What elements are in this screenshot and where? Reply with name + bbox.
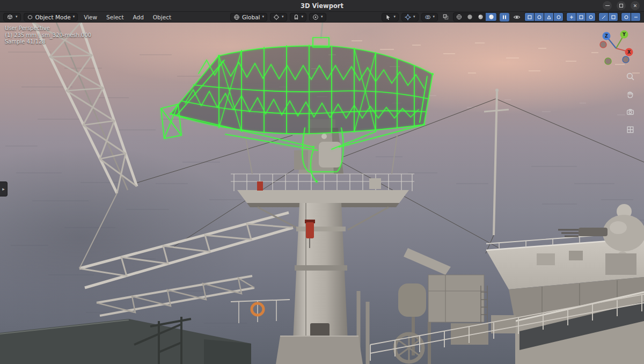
pivot-point-dropdown[interactable]: ▾ [270, 13, 287, 21]
viewport-header: ▾ Object Mode ▾ View Select Add Object G… [0, 12, 644, 23]
header-toggle-button[interactable] [586, 13, 595, 21]
snap-magnet-icon [293, 14, 299, 20]
header-toggle-button[interactable] [631, 13, 640, 21]
window-title: 3D Viewport [301, 2, 343, 10]
ortho-perspective-toggle[interactable] [625, 124, 635, 135]
render-pause-button[interactable] [500, 13, 509, 21]
toggle-icon [588, 14, 594, 20]
header-toggle-button[interactable] [621, 13, 631, 21]
header-toggle-button[interactable] [576, 13, 586, 21]
overlays-icon [425, 14, 431, 20]
chevron-down-icon: ▾ [393, 15, 396, 19]
shading-rendered-icon [488, 13, 495, 20]
xray-icon [442, 13, 449, 20]
toggle-icon [546, 14, 552, 20]
shading-material-icon [477, 13, 484, 20]
minimize-icon [605, 5, 610, 6]
chevron-down-icon: ▾ [321, 15, 323, 19]
pivot-point-icon [273, 14, 280, 20]
overlays-dropdown[interactable]: ▾ [421, 13, 438, 21]
viewport-side-tools [625, 71, 635, 135]
visibility-eye-button[interactable] [512, 13, 522, 21]
toggle-icon [556, 14, 561, 20]
header-toggle-group-4 [621, 12, 641, 21]
magnifier-icon [626, 72, 635, 81]
viewport-canvas: User Perspective (1) 235 mm | sm_320-mes… [0, 23, 644, 364]
menu-select[interactable]: Select [103, 13, 127, 21]
header-toggle-button[interactable] [544, 13, 553, 21]
navigation-gizmo[interactable]: X Y Z [594, 25, 639, 70]
eye-icon [513, 13, 521, 21]
toggle-icon [527, 14, 532, 20]
toggle-icon [611, 14, 616, 20]
proportional-editing-group[interactable]: ▾ [309, 13, 326, 21]
ortho-grid-icon [626, 125, 635, 134]
shading-solid-icon [466, 13, 473, 20]
shading-rendered-button[interactable] [486, 13, 496, 21]
header-toggle-group-1 [524, 12, 564, 21]
shading-wireframe-button[interactable] [453, 13, 464, 21]
header-toggle-group-3 [598, 12, 618, 21]
hand-icon [626, 90, 635, 99]
camera-view-button[interactable] [625, 106, 635, 117]
snap-group[interactable]: ▾ [290, 13, 307, 21]
toggle-icon [579, 14, 584, 20]
pause-icon [501, 14, 508, 20]
header-left-group: ▾ Object Mode ▾ View Select Add Object [3, 13, 174, 21]
toggle-icon [633, 14, 639, 20]
header-toggle-button[interactable] [567, 13, 576, 21]
editor-3d-viewport-icon [6, 13, 13, 20]
close-button[interactable]: ✕ [631, 1, 640, 10]
menu-view[interactable]: View [80, 13, 100, 21]
shading-material-button[interactable] [475, 13, 486, 21]
pan-tool-button[interactable] [625, 89, 635, 99]
shading-mode-group [453, 12, 497, 21]
cursor-pointer-icon [385, 14, 391, 20]
editor-type-button[interactable]: ▾ [3, 13, 21, 21]
header-toggle-button[interactable] [554, 13, 563, 21]
expand-arrow-icon: ▸ [2, 186, 5, 192]
gizmos-dropdown[interactable]: ▾ [401, 13, 419, 21]
xray-toggle[interactable] [441, 13, 450, 21]
header-right-group: ▾ ▾ ▾ [382, 12, 641, 21]
toggle-icon [601, 14, 606, 20]
header-toggle-button[interactable] [609, 13, 618, 21]
chevron-down-icon: ▾ [302, 15, 304, 19]
chevron-down-icon: ▾ [73, 15, 75, 19]
header-toggle-button[interactable] [525, 13, 534, 21]
orientation-label: Global [242, 14, 260, 20]
header-toggle-button[interactable] [599, 13, 608, 21]
chevron-down-icon: ▾ [16, 15, 18, 19]
gizmo-icon [405, 14, 411, 20]
menu-add[interactable]: Add [130, 13, 147, 21]
close-icon: ✕ [633, 3, 638, 9]
object-mode-icon [27, 14, 33, 20]
transform-orientation-dropdown[interactable]: Global ▾ [230, 13, 267, 21]
zoom-tool-button[interactable] [625, 71, 635, 82]
mode-selector[interactable]: Object Mode ▾ [24, 13, 78, 21]
proportional-editing-icon [312, 14, 319, 20]
menu-object[interactable]: Object [150, 13, 174, 21]
toolbar-expand-tab[interactable]: ▸ [0, 181, 8, 196]
camera-icon [626, 107, 635, 117]
mode-label: Object Mode [35, 14, 71, 20]
chevron-down-icon: ▾ [262, 15, 264, 19]
object-visibility-dropdown[interactable]: ▾ [382, 13, 399, 21]
red-signal-lamp [306, 222, 314, 238]
maximize-button[interactable] [617, 1, 626, 10]
svg-text:Y: Y [622, 32, 626, 37]
axis-gizmo-icon: X Y Z [594, 25, 639, 70]
header-toggle-group-2 [566, 12, 596, 21]
chevron-down-icon: ▾ [433, 15, 435, 19]
shading-solid-button[interactable] [464, 13, 475, 21]
header-toggle-button[interactable] [535, 13, 544, 21]
toggle-icon [624, 14, 629, 20]
toggle-icon [537, 14, 542, 20]
window-titlebar: 3D Viewport ✕ [0, 0, 644, 12]
svg-text:X: X [627, 50, 631, 55]
window-controls: ✕ [603, 1, 640, 10]
3d-scene[interactable] [0, 23, 644, 364]
minimize-button[interactable] [603, 1, 612, 10]
blender-window: 3D Viewport ✕ ▾ Object Mode ▾ View Selec… [0, 0, 644, 364]
globe-icon [233, 14, 240, 20]
